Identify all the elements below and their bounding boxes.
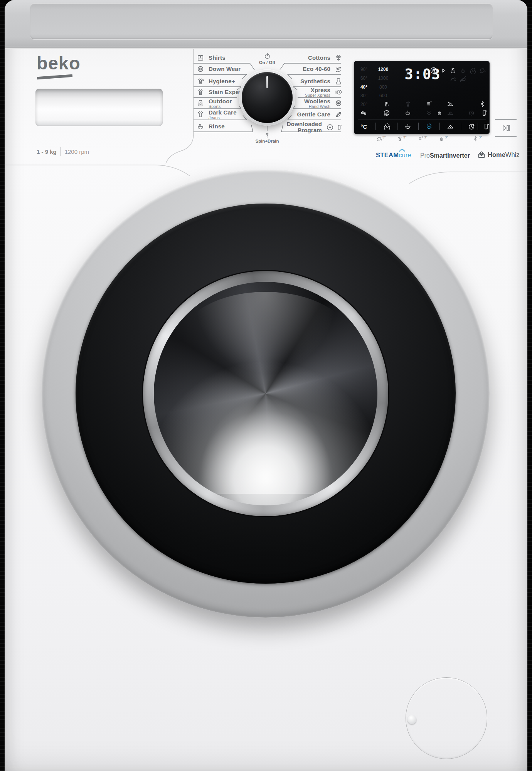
stain-indicator-icon [404, 101, 411, 108]
eco-icon [335, 65, 342, 73]
remote-icon [481, 109, 488, 116]
steam-icon [383, 101, 390, 108]
program-outdoor: OutdoorSports [197, 98, 232, 109]
program-sublabel: Super Xpress [305, 93, 330, 97]
filter-cap-latch [407, 715, 416, 724]
stain-icon [197, 88, 204, 96]
shirt-icon [197, 54, 204, 62]
door-glass[interactable] [154, 282, 377, 505]
child-lock-hold-button[interactable]: 3″ [439, 136, 448, 142]
on-off-label: On / Off [252, 60, 283, 65]
program-label: Rinse [209, 123, 225, 130]
steamcure-arc-icon [396, 146, 408, 155]
capacity-value: 1 - 9 kg [37, 148, 57, 155]
smartinverter-text: SmartInverter [430, 152, 470, 159]
beko-logo: beko [37, 54, 81, 72]
program-label: Down Wear [209, 66, 241, 72]
washing-machine-product-shot: beko 1 - 9 kg 1200 rpm Shirts Down Wear … [0, 0, 532, 771]
program-label: Synthetics [300, 78, 330, 84]
delay-icon [468, 109, 475, 116]
spin-plus-hold-button[interactable]: 3″ [376, 136, 386, 142]
filter-access-cap[interactable] [406, 677, 487, 759]
dial-pointer [266, 76, 268, 88]
program-label: Gentle Care [297, 111, 330, 118]
remote-start-button[interactable] [483, 123, 490, 130]
program-label: XpressSuper Xpress [305, 87, 330, 98]
temp-90: 90° [360, 67, 367, 72]
hold-duration: 3″ [479, 135, 482, 139]
hold-duration: 3″ [424, 135, 428, 139]
drum-clean-icon [460, 67, 466, 74]
program-dark-care: Dark CareJeans [197, 109, 237, 120]
touch-divider [439, 123, 440, 130]
capacity-spec: 1 - 9 kg 1200 rpm [37, 147, 89, 156]
steam-button[interactable] [425, 123, 433, 131]
temp-40-active: 40° [360, 84, 367, 90]
end-time-button[interactable] [468, 123, 475, 130]
rinse-plus-hold-button[interactable]: 3″ [418, 136, 428, 142]
panel-seam [5, 47, 527, 49]
program-down-wear: Down Wear [197, 65, 241, 73]
rinse-plus-icon [426, 101, 433, 108]
start-pause-button[interactable] [495, 119, 517, 137]
woollens-icon [335, 99, 342, 107]
hold-duration: 3″ [403, 135, 407, 139]
child-lock-icon [430, 67, 438, 74]
spin-plus-icon [479, 67, 486, 74]
bluetooth-icon [479, 101, 486, 108]
spin-drain-icon [264, 132, 271, 138]
soil-level-button[interactable] [446, 123, 454, 130]
anti-crease-icon [469, 67, 476, 74]
program-label: Shirts [209, 55, 226, 61]
program-label: Stain Expert [209, 89, 243, 95]
spin-speed-button[interactable] [383, 123, 391, 130]
top-lid-inset [30, 3, 493, 39]
on-off-label-group: On / Off [252, 52, 283, 65]
program-sublabel: Sports [209, 104, 232, 108]
program-label: OutdoorSports [209, 98, 232, 109]
bluetooth-icon [473, 136, 478, 142]
power-icon [264, 53, 271, 59]
water-tap-icon [360, 109, 367, 116]
touch-divider [418, 123, 419, 130]
program-shirts: Shirts [197, 54, 226, 62]
spin-800: 800 [379, 84, 387, 90]
spin-600: 600 [379, 93, 387, 98]
steam-cure-icon [450, 67, 456, 74]
xpress-icon [335, 88, 342, 96]
program-sublabel: Jeans [209, 115, 237, 120]
touch-divider [375, 123, 375, 130]
program-label: WoollensHand Wash [304, 98, 330, 109]
steamcure-steam-text: STEAM [376, 152, 399, 159]
soil-plus-icon [447, 101, 454, 108]
bluetooth-hold-button[interactable]: 3″ [473, 136, 482, 142]
no-spin-icon [383, 109, 390, 116]
spin-drain-label: Spin+Drain [248, 139, 286, 143]
drain-hose-icon [450, 76, 456, 82]
rinse-icon [197, 123, 204, 130]
spin-drain-label-group: Spin+Drain [248, 131, 286, 143]
homewhiz-house-icon [477, 150, 486, 159]
rinse-hold-button[interactable] [404, 123, 412, 130]
rinse-hold-icon [404, 109, 411, 116]
gentle-care-icon [335, 111, 342, 118]
program-label: Downloaded Program [280, 121, 322, 133]
temp-30: 30° [360, 93, 367, 98]
synthetics-icon [335, 77, 342, 85]
program-rinse: Rinse [197, 123, 225, 130]
temperature-button[interactable]: °C [361, 123, 367, 130]
play-icon [440, 67, 446, 74]
spin-1200-active: 1200 [378, 67, 389, 72]
lock-icon [436, 110, 443, 116]
hold-duration: 3″ [445, 135, 448, 139]
steamcure-badge: STEAMcure [376, 152, 411, 159]
start-pause-icon [501, 124, 510, 132]
pro-text: Pro [420, 152, 430, 159]
program-label: Hygiene+ [209, 78, 235, 84]
program-sublabel: Hand Wash [304, 104, 330, 108]
stain-hold-button[interactable]: 3″ [397, 136, 407, 142]
spin-1000: 1000 [378, 76, 389, 81]
soil-level-icon [447, 109, 454, 116]
spec-divider [61, 147, 61, 156]
detergent-drawer-handle[interactable] [35, 89, 163, 126]
